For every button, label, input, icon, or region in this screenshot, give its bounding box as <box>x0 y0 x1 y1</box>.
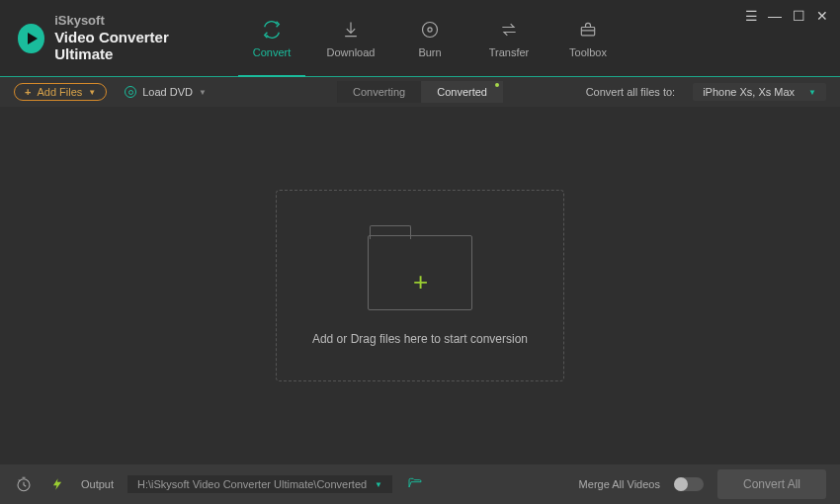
folder-add-icon: + <box>368 225 472 310</box>
add-files-button[interactable]: + Add Files ▼ <box>14 83 107 101</box>
nav-download-label: Download <box>327 46 376 58</box>
add-files-label: Add Files <box>37 86 82 98</box>
maximize-button[interactable]: ☐ <box>791 8 806 24</box>
load-dvd-button[interactable]: Load DVD ▼ <box>125 86 207 98</box>
nav-toolbox[interactable]: Toolbox <box>548 0 628 76</box>
svg-rect-2 <box>581 27 594 35</box>
merge-toggle[interactable] <box>674 477 704 491</box>
nav-burn-label: Burn <box>418 46 441 58</box>
brand-name: iSkysoft <box>54 14 214 29</box>
nav-burn[interactable]: Burn <box>390 0 469 76</box>
main-nav: Convert Download Burn Transfer Toolbox <box>232 0 628 76</box>
conversion-status-tabs: Converting Converted <box>337 81 503 103</box>
nav-transfer[interactable]: Transfer <box>469 0 548 76</box>
nav-toolbox-label: Toolbox <box>569 46 607 58</box>
open-folder-button[interactable] <box>406 475 424 494</box>
convert-icon <box>261 19 283 41</box>
disc-icon <box>125 86 136 98</box>
gpu-accel-icon[interactable] <box>47 474 67 494</box>
tab-converted[interactable]: Converted <box>421 81 503 103</box>
caret-down-icon: ▼ <box>88 88 96 97</box>
download-icon <box>340 19 362 41</box>
convert-to-label: Convert all files to: <box>586 86 675 98</box>
logo-block: iSkysoft Video Converter Ultimate <box>0 0 232 76</box>
nav-convert[interactable]: Convert <box>232 0 311 76</box>
svg-point-0 <box>423 22 438 37</box>
burn-icon <box>419 19 441 41</box>
close-button[interactable]: ✕ <box>814 8 830 24</box>
indicator-dot-icon <box>495 83 499 87</box>
schedule-icon[interactable] <box>14 474 34 494</box>
format-selected-label: iPhone Xs, Xs Max <box>703 86 795 98</box>
minimize-button[interactable]: — <box>767 8 783 24</box>
footer-bar: Output H:\iSkysoft Video Converter Ultim… <box>0 464 840 504</box>
merge-label: Merge All Videos <box>579 478 660 490</box>
output-format-dropdown[interactable]: iPhone Xs, Xs Max ▼ <box>693 83 826 101</box>
app-logo-icon <box>18 24 44 53</box>
file-dropzone[interactable]: + Add or Drag files here to start conver… <box>276 190 564 381</box>
output-path-dropdown[interactable]: H:\iSkysoft Video Converter Ultimate\Con… <box>127 475 392 493</box>
caret-down-icon: ▼ <box>199 88 207 97</box>
dropzone-text: Add or Drag files here to start conversi… <box>312 332 528 346</box>
nav-download[interactable]: Download <box>311 0 390 76</box>
transfer-icon <box>498 19 520 41</box>
convert-all-button[interactable]: Convert All <box>717 469 826 499</box>
output-label: Output <box>81 478 114 490</box>
load-dvd-label: Load DVD <box>142 86 193 98</box>
app-header: iSkysoft Video Converter Ultimate Conver… <box>0 0 840 77</box>
window-controls: ☰ — ☐ ✕ <box>743 8 830 24</box>
svg-point-1 <box>428 27 432 31</box>
toolbox-icon <box>577 19 599 41</box>
tab-converting[interactable]: Converting <box>337 81 421 103</box>
caret-down-icon: ▼ <box>808 88 816 97</box>
main-area: + Add or Drag files here to start conver… <box>0 107 840 464</box>
app-title: Video Converter Ultimate <box>54 29 214 63</box>
nav-convert-label: Convert <box>253 46 292 58</box>
hamburger-icon[interactable]: ☰ <box>743 8 759 24</box>
caret-down-icon: ▼ <box>375 480 382 489</box>
plus-icon: + <box>25 86 31 98</box>
output-path-value: H:\iSkysoft Video Converter Ultimate\Con… <box>137 478 367 490</box>
nav-transfer-label: Transfer <box>489 46 530 58</box>
